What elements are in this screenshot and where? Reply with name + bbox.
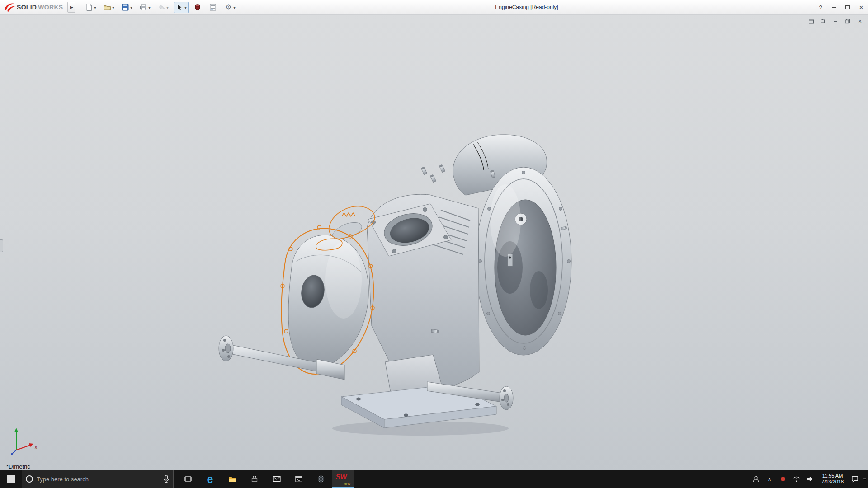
- brand-text-works: WORKS: [38, 4, 63, 11]
- help-button[interactable]: ?: [814, 0, 827, 15]
- edge-icon: e: [207, 474, 213, 485]
- search-input[interactable]: [37, 476, 160, 483]
- window-caption-buttons: ? ×: [814, 0, 868, 15]
- store-icon: [250, 475, 259, 483]
- doc-minimize-button[interactable]: [832, 18, 839, 25]
- new-document-button[interactable]: ▾: [83, 2, 98, 13]
- print-icon: [139, 3, 148, 12]
- chevron-up-icon: ∧: [768, 476, 771, 482]
- restore-icon: [845, 19, 850, 24]
- select-cursor-icon: [175, 3, 184, 12]
- view-orientation-label: *Dimetric: [6, 463, 30, 470]
- select-tool-button[interactable]: ▾: [174, 2, 189, 13]
- action-center-button[interactable]: [850, 470, 860, 488]
- solidworks-window: SOLIDWORKS ▶ ▾ ▾ ▾: [0, 0, 868, 488]
- restore-pane-button[interactable]: [820, 18, 827, 25]
- mail-icon: [272, 475, 281, 483]
- minimize-icon: [832, 7, 836, 8]
- solidworks-app-icon: SW 2017: [335, 472, 351, 486]
- render-tools-button[interactable]: [192, 2, 204, 13]
- volume-tray-button[interactable]: [805, 470, 815, 488]
- red-shield-icon: [780, 476, 786, 482]
- person-icon: [752, 475, 760, 483]
- edge-button[interactable]: e: [199, 470, 221, 488]
- maximize-icon: [845, 5, 850, 9]
- undo-button[interactable]: ▾: [156, 2, 170, 13]
- cortana-icon: [26, 475, 33, 483]
- engine-casing-model[interactable]: [0, 15, 868, 470]
- show-hidden-icons-button[interactable]: ∧: [764, 470, 774, 488]
- properties-form-icon: [209, 3, 217, 12]
- clock-date: 7/13/2018: [821, 479, 844, 485]
- graphics-area[interactable]: × X *Dimetric: [0, 15, 868, 470]
- file-explorer-button[interactable]: [221, 470, 243, 488]
- chevron-down-icon[interactable]: ▾: [94, 5, 96, 10]
- clock-time: 11:55 AM: [821, 473, 844, 479]
- solidworks-logo: SOLIDWORKS: [0, 2, 67, 12]
- solidworks-ds-icon: [4, 2, 15, 12]
- chevron-down-icon[interactable]: ▾: [130, 5, 132, 10]
- chevron-down-icon[interactable]: ▾: [234, 5, 236, 10]
- system-tray: ∧ 11:55 AM 7/13/201: [751, 470, 868, 488]
- brand-text-solid: SOLID: [17, 4, 37, 11]
- taskbar-clock[interactable]: 11:55 AM 7/13/2018: [819, 473, 846, 485]
- maximize-button[interactable]: [841, 0, 854, 15]
- panel-splitter-handle[interactable]: [0, 239, 3, 252]
- store-button[interactable]: [243, 470, 265, 488]
- open-button[interactable]: ▾: [101, 2, 116, 13]
- close-icon: ×: [858, 18, 862, 24]
- minimize-icon: [834, 21, 837, 22]
- triad-x-label: X: [34, 445, 38, 450]
- file-explorer-icon: [228, 475, 237, 483]
- antivirus-tray-button[interactable]: [778, 470, 788, 488]
- doc-close-button[interactable]: ×: [856, 18, 863, 25]
- windows-logo-icon: [7, 475, 15, 483]
- clutch-housing[interactable]: [476, 167, 571, 355]
- close-button[interactable]: ×: [854, 0, 868, 15]
- properties-button[interactable]: [207, 2, 219, 13]
- title-bar: SOLIDWORKS ▶ ▾ ▾ ▾: [0, 0, 868, 15]
- command-prompt-icon: [294, 475, 303, 483]
- chevron-down-icon[interactable]: ▾: [149, 5, 151, 10]
- chevron-down-icon[interactable]: ▾: [167, 5, 169, 10]
- mail-button[interactable]: [265, 470, 288, 488]
- network-icon: [793, 475, 801, 483]
- save-button[interactable]: ▾: [119, 2, 134, 13]
- document-title: EngineCasing [Read-only]: [495, 0, 558, 15]
- options-button[interactable]: ⚙ ▾: [222, 2, 237, 13]
- undo-icon: [157, 3, 166, 12]
- close-icon: ×: [859, 4, 863, 12]
- red-cylinder-icon: [193, 3, 202, 12]
- open-folder-icon: [103, 3, 111, 12]
- orientation-triad: X: [5, 425, 41, 456]
- minimize-button[interactable]: [827, 0, 841, 15]
- print-button[interactable]: ▾: [137, 2, 152, 13]
- doc-restore-button[interactable]: [844, 18, 851, 25]
- document-window-controls: ×: [807, 18, 863, 25]
- people-button[interactable]: [751, 470, 761, 488]
- toolbar-expand-button[interactable]: ▶: [67, 2, 75, 13]
- quick-access-toolbar: ▾ ▾ ▾ ▾: [83, 2, 237, 13]
- float-pane-button[interactable]: [807, 18, 815, 25]
- action-center-icon: [851, 475, 859, 483]
- speaker-icon: [806, 475, 814, 483]
- network-tray-button[interactable]: [792, 470, 802, 488]
- task-view-icon: [184, 475, 193, 483]
- gear-icon: ⚙: [224, 3, 233, 12]
- taskbar-search[interactable]: [22, 470, 174, 488]
- command-prompt-button[interactable]: [288, 470, 310, 488]
- start-button[interactable]: [0, 470, 22, 488]
- chevron-down-icon[interactable]: ▾: [185, 5, 187, 10]
- chevron-down-icon[interactable]: ▾: [112, 5, 114, 10]
- solidworks-taskbar-button[interactable]: SW 2017: [332, 470, 354, 488]
- microphone-icon[interactable]: [163, 475, 170, 483]
- show-desktop-button[interactable]: [863, 478, 866, 480]
- windows-taskbar: e: [0, 470, 868, 488]
- hexagon-app-icon: [316, 474, 326, 483]
- taskbar-apps: e: [177, 470, 354, 488]
- save-icon: [121, 3, 129, 12]
- edrawings-button[interactable]: [310, 470, 332, 488]
- task-view-button[interactable]: [177, 470, 199, 488]
- new-document-icon: [85, 3, 93, 12]
